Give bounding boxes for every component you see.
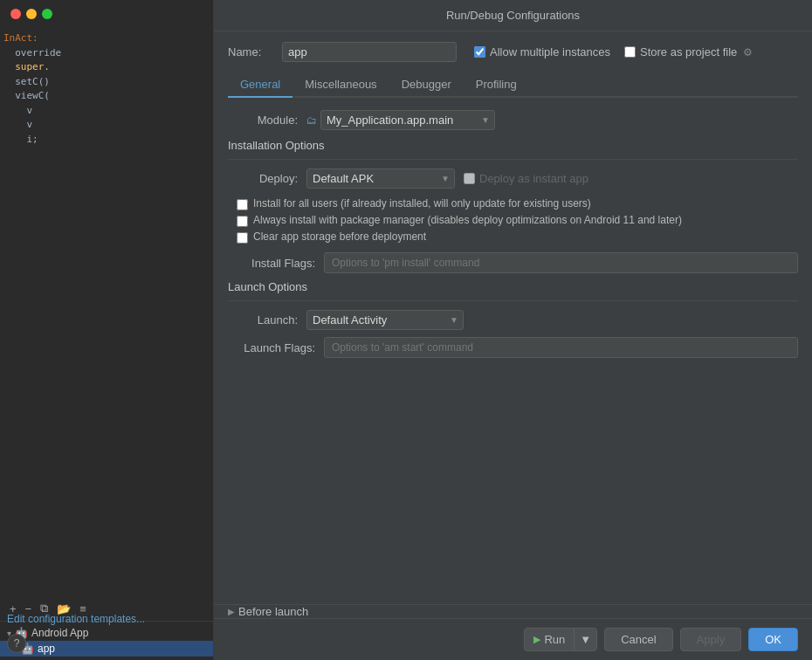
launch-flags-label: Launch Flags: (228, 341, 315, 354)
deploy-select-wrapper: Default APK ▼ (306, 168, 455, 189)
run-dropdown-arrow[interactable]: ▼ (575, 629, 596, 650)
run-play-icon: ▶ (533, 634, 540, 645)
options-group: Install for all users (if already instal… (237, 196, 798, 245)
deploy-instant-item: Deploy as instant app (464, 172, 588, 185)
deploy-row: Deploy: Default APK ▼ Deploy as instant … (228, 168, 798, 189)
name-options: Allow multiple instances Store as projec… (474, 45, 798, 58)
allow-multiple-checkbox[interactable] (474, 46, 485, 58)
before-launch-header[interactable]: ▶ Before launch (228, 605, 798, 618)
name-row: Name: Allow multiple instances Store as … (228, 42, 798, 62)
apply-button[interactable]: Apply (680, 628, 742, 651)
run-button-main[interactable]: ▶ Run (525, 629, 575, 650)
run-label: Run (544, 633, 565, 646)
launch-row: Launch: Default Activity ▼ (228, 310, 798, 330)
install-all-users-checkbox[interactable] (237, 199, 248, 210)
launch-select-wrapper: Default Activity ▼ (306, 310, 464, 330)
tab-miscellaneous[interactable]: Miscellaneous (292, 72, 389, 98)
run-debug-dialog: Run/Debug Configurations Name: Allow mul… (214, 0, 812, 660)
option-install-all-users: Install for all users (if already instal… (237, 196, 798, 212)
option-clear-storage: Clear app storage before deployment (237, 229, 798, 245)
launch-select[interactable]: Default Activity (306, 310, 464, 330)
install-flags-input[interactable] (324, 252, 798, 273)
store-as-project-label: Store as project file (640, 45, 737, 58)
code-editor-preview: InAct: override super. setC() viewC( v v… (0, 24, 213, 596)
clear-storage-checkbox[interactable] (237, 232, 248, 244)
edit-templates-link[interactable]: Edit configuration templates... (7, 613, 145, 625)
dialog-body: Name: Allow multiple instances Store as … (214, 31, 812, 597)
before-launch-label: Before launch (238, 605, 308, 618)
module-select[interactable]: My_Application.app.main (320, 110, 495, 130)
clear-storage-label: Clear app storage before deployment (253, 230, 426, 243)
deploy-select[interactable]: Default APK (306, 168, 455, 189)
installation-section-header: Installation Options (228, 139, 798, 152)
option-always-install: Always install with package manager (dis… (237, 212, 798, 229)
traffic-lights (0, 0, 213, 24)
launch-flags-row: Launch Flags: (228, 337, 798, 358)
app-config-item[interactable]: 🤖 app (0, 641, 213, 657)
config-tabs: General Miscellaneous Debugger Profiling (228, 72, 798, 98)
launch-section-header: Launch Options (228, 280, 798, 293)
launch-flags-input[interactable] (324, 337, 798, 358)
module-select-wrapper: 🗂 My_Application.app.main ▼ (306, 110, 495, 130)
android-app-group[interactable]: ▾ 🤖 Android App (0, 625, 213, 641)
install-flags-row: Install Flags: (228, 252, 798, 273)
ok-button[interactable]: OK (748, 628, 798, 651)
dialog-title: Run/Debug Configurations (214, 0, 812, 31)
deploy-label: Deploy: (228, 172, 298, 185)
tab-general[interactable]: General (228, 72, 292, 98)
run-button[interactable]: ▶ Run ▼ (524, 628, 597, 651)
tab-debugger[interactable]: Debugger (389, 72, 464, 98)
store-as-project-item: Store as project file ⚙ (624, 45, 753, 58)
tab-profiling[interactable]: Profiling (464, 72, 529, 98)
sidebar: InAct: override super. setC() viewC( v v… (0, 0, 214, 660)
module-icon: 🗂 (306, 114, 317, 127)
close-button[interactable] (10, 9, 21, 19)
module-label: Module: (228, 113, 298, 127)
always-install-label: Always install with package manager (dis… (253, 214, 682, 226)
help-button[interactable]: ? (7, 634, 26, 653)
launch-divider (228, 300, 798, 301)
gear-icon: ⚙ (743, 46, 753, 58)
maximize-button[interactable] (42, 9, 52, 19)
launch-label: Launch: (228, 313, 298, 327)
deploy-instant-label: Deploy as instant app (479, 172, 588, 185)
always-install-checkbox[interactable] (237, 216, 248, 227)
before-launch-section: ▶ Before launch (214, 604, 812, 618)
android-app-label: Android App (31, 627, 88, 639)
before-launch-chevron: ▶ (228, 607, 235, 616)
install-flags-label: Install Flags: (228, 257, 315, 270)
minimize-button[interactable] (26, 9, 37, 19)
config-tree: ▾ 🤖 Android App 🤖 app (0, 622, 213, 660)
install-all-users-label: Install for all users (if already instal… (253, 197, 591, 210)
installation-divider (228, 159, 798, 160)
store-as-project-checkbox[interactable] (624, 46, 636, 58)
module-row: Module: 🗂 My_Application.app.main ▼ (228, 110, 798, 130)
deploy-instant-checkbox[interactable] (464, 173, 475, 184)
app-label: app (38, 643, 55, 655)
cancel-button[interactable]: Cancel (604, 628, 672, 651)
dialog-footer: ▶ Run ▼ Cancel Apply OK (214, 618, 812, 660)
allow-multiple-label: Allow multiple instances (490, 45, 610, 58)
name-input[interactable] (282, 42, 457, 62)
name-label: Name: (228, 45, 272, 58)
allow-multiple-item: Allow multiple instances (474, 45, 610, 58)
